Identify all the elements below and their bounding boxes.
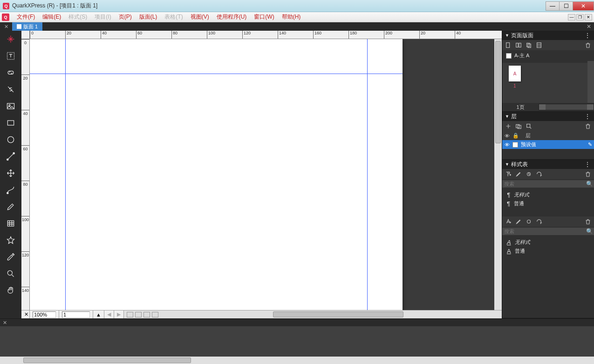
move-layer-icon[interactable] (526, 123, 532, 129)
duplicate-page-icon[interactable] (526, 42, 532, 48)
new-para-style-icon[interactable] (505, 171, 512, 177)
panel-menu-icon[interactable]: ⋮ (585, 161, 591, 168)
menu-file[interactable]: 文件(F) (13, 12, 39, 22)
line-tool[interactable] (0, 148, 21, 165)
char-style-none[interactable]: A无样式 (505, 238, 591, 247)
star-tool[interactable] (0, 232, 21, 249)
section-icon[interactable] (536, 42, 542, 48)
search-icon[interactable]: 🔍 (585, 228, 594, 235)
bottom-scroll-thumb[interactable] (23, 357, 191, 363)
close-button[interactable]: ✕ (573, 1, 594, 11)
menu-item[interactable]: 项目(I) (91, 12, 115, 22)
menu-window[interactable]: 窗口(W) (250, 12, 278, 22)
mdi-minimize-button[interactable]: — (568, 14, 575, 20)
para-style-search[interactable] (502, 180, 585, 188)
zoom-input[interactable] (33, 311, 56, 318)
view-mode-3[interactable] (143, 312, 150, 317)
page-input[interactable] (62, 311, 90, 318)
menu-help[interactable]: 帮助(H) (278, 12, 305, 22)
page-panel-hscroll-left[interactable] (539, 104, 546, 110)
update-char-style-icon[interactable] (526, 218, 532, 225)
delete-style-icon[interactable] (585, 171, 591, 177)
table-tool[interactable] (0, 215, 21, 232)
guide-vertical-left[interactable] (65, 39, 66, 310)
panel-stylesheets-header[interactable]: ▼ 样式表 ⋮ (502, 160, 594, 169)
oval-tool[interactable] (0, 131, 21, 148)
rectangle-tool[interactable] (0, 115, 21, 131)
page-panel-hscroll-right[interactable] (587, 104, 594, 110)
pen-tool[interactable] (0, 198, 21, 215)
item-tool[interactable] (0, 31, 21, 47)
panel-menu-icon[interactable]: ⋮ (585, 32, 591, 39)
new-facing-page-icon[interactable] (515, 42, 522, 48)
layer-row-default[interactable]: 👁 预设值 ✎ (502, 140, 594, 149)
delete-layer-icon[interactable] (585, 123, 591, 129)
view-mode-2[interactable] (135, 312, 142, 317)
vertical-ruler[interactable]: 020406080100120140 (21, 39, 30, 310)
tab-close-icon[interactable]: ✕ (0, 22, 12, 31)
page-panel-hscroll[interactable] (539, 104, 594, 110)
link-tool[interactable] (0, 64, 21, 81)
bottom-scrollbar[interactable] (0, 357, 594, 364)
guide-horizontal[interactable] (30, 74, 403, 74)
eyedropper-tool[interactable] (0, 249, 21, 265)
bezier-tool[interactable] (0, 182, 21, 198)
refresh-char-style-icon[interactable] (536, 218, 542, 225)
update-style-icon[interactable] (526, 171, 532, 177)
ruler-origin[interactable] (21, 31, 30, 39)
new-blank-page-icon[interactable] (505, 42, 512, 48)
panel-layers-header[interactable]: ▼ 层 ⋮ (502, 112, 594, 121)
minimize-button[interactable]: — (546, 1, 560, 11)
menu-utilities[interactable]: 使用程序(U) (213, 12, 251, 22)
panel-menu-icon[interactable]: ⋮ (585, 113, 591, 120)
page[interactable] (30, 39, 403, 310)
mdi-restore-button[interactable]: ❐ (576, 14, 584, 20)
vertical-scroll-thumb[interactable] (495, 41, 501, 143)
merge-layer-icon[interactable] (515, 123, 522, 129)
para-style-normal[interactable]: ¶普通 (505, 199, 591, 208)
status-close-icon[interactable]: ✕ (21, 310, 30, 318)
layer-color-swatch[interactable] (512, 142, 518, 148)
page-up-button[interactable]: ▲ (93, 310, 104, 318)
menu-page[interactable]: 页(P) (115, 12, 136, 22)
char-style-search[interactable] (502, 228, 585, 235)
document-tab[interactable]: 版面 1 (12, 22, 42, 31)
horizontal-scrollbar[interactable] (161, 310, 502, 318)
delete-char-style-icon[interactable] (585, 218, 591, 225)
pan-tool[interactable] (0, 282, 21, 299)
new-char-style-icon[interactable] (505, 218, 512, 225)
menu-layout[interactable]: 版面(L) (136, 12, 161, 22)
export-icon[interactable] (152, 312, 158, 317)
tab-collapse-icon[interactable]: ✕ (584, 22, 594, 31)
new-layer-icon[interactable] (505, 123, 512, 129)
vertical-scrollbar[interactable] (494, 39, 502, 310)
bottom-panel-close-icon[interactable]: ✕ (3, 320, 7, 326)
horizontal-ruler[interactable]: 0204060801001201401601802002040 (21, 31, 502, 39)
unlink-tool[interactable] (0, 81, 21, 98)
guide-vertical-right[interactable] (367, 39, 368, 310)
delete-page-icon[interactable] (585, 42, 591, 48)
char-style-normal[interactable]: A普通 (505, 247, 591, 256)
view-mode-1[interactable] (127, 312, 133, 317)
menu-logo-icon[interactable]: Q (2, 13, 9, 21)
maximize-button[interactable]: ☐ (559, 1, 573, 11)
menu-view[interactable]: 视图(V) (187, 12, 213, 22)
page-prev-button[interactable]: ◀ (104, 310, 114, 318)
page-viewport[interactable] (30, 39, 494, 310)
layer-edit-icon[interactable]: ✎ (588, 142, 592, 148)
mdi-close-button[interactable]: ✕ (585, 14, 592, 20)
edit-style-icon[interactable] (515, 171, 522, 177)
page-panel-scroll[interactable] (587, 61, 594, 103)
page-next-button[interactable]: ▶ (114, 310, 124, 318)
picture-tool[interactable] (0, 98, 21, 115)
menu-edit[interactable]: 编辑(E) (39, 12, 65, 22)
zoom-tool[interactable] (0, 265, 21, 282)
panel-page-layout-header[interactable]: ▼ 页面版面 ⋮ (502, 31, 594, 40)
refresh-style-icon[interactable] (536, 171, 542, 177)
para-style-none[interactable]: ¶无样式 (505, 190, 591, 199)
menu-style[interactable]: 样式(S) (65, 12, 91, 22)
search-icon[interactable]: 🔍 (585, 180, 594, 188)
text-tool[interactable] (0, 47, 21, 64)
page-thumbnail[interactable]: A (509, 66, 521, 81)
master-page-label[interactable]: A-主 A (514, 52, 529, 59)
